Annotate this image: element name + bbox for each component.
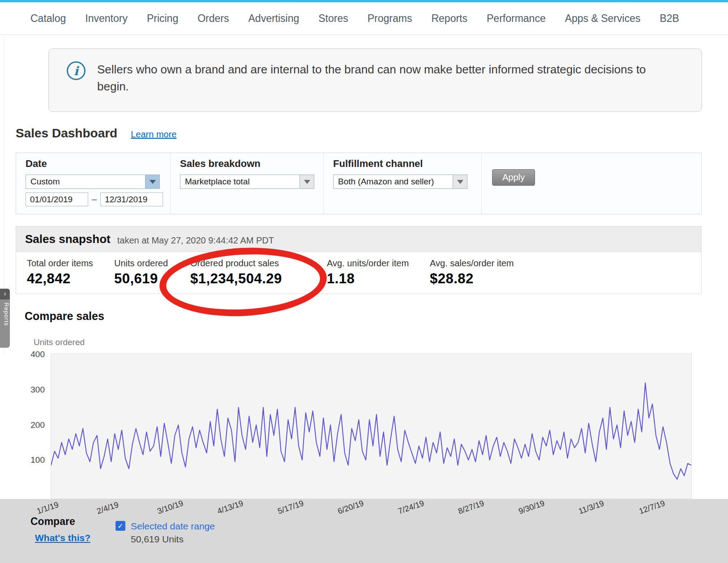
filters-panel: Date Custom – Sales breakdown Marketplac… [16,153,702,214]
chevron-down-icon [300,175,314,188]
reports-flyout-tab[interactable]: › Reports [0,289,10,348]
metric-avg-units-order-item: Avg. units/order item 1.18 [327,258,430,287]
metric-value: $1,234,504.29 [190,271,327,287]
x-tick-label: 2/4/19 [96,500,120,516]
date-filter-label: Date [26,158,170,170]
y-tick-label: 100 [30,455,45,465]
end-date-input[interactable] [100,192,163,206]
nav-item-catalog[interactable]: Catalog [30,13,66,25]
whats-this-link[interactable]: What's this? [35,533,90,543]
chevron-down-icon [145,175,159,188]
metric-label: Units ordered [114,258,190,269]
fulfillment-channel-select[interactable]: Both (Amazon and seller) [333,175,467,189]
x-tick-label: 7/24/19 [397,499,426,516]
y-tick-label: 300 [30,385,45,395]
metric-label: Ordered product sales [190,258,327,269]
date-filter-section: Date Custom – [16,153,171,214]
nav-item-orders[interactable]: Orders [197,13,229,25]
page-title: Sales Dashboard [16,126,117,141]
metric-total-order-items: Total order items 42,842 [27,258,114,287]
snapshot-timestamp: taken at May 27, 2020 9:44:42 AM PDT [117,232,274,246]
info-banner-line1: Sellers who own a brand and are internal… [97,63,646,76]
fulfillment-channel-value: Both (Amazon and seller) [338,177,434,187]
nav-item-performance[interactable]: Performance [487,13,546,25]
info-icon: i [67,61,86,80]
sales-snapshot-header: Sales snapshot taken at May 27, 2020 9:4… [16,226,701,252]
x-tick-label: 9/30/19 [518,499,546,516]
units-total-value: 50,619 Units [131,534,184,545]
chart-y-axis: 100200300400 [13,354,45,499]
chevron-right-icon: › [0,289,10,299]
y-tick-label: 200 [30,420,45,430]
chart-y-axis-title: Units ordered [34,337,85,347]
nav-item-b2b[interactable]: B2B [659,13,679,25]
metric-value: $28.82 [430,271,514,287]
x-tick-label: 4/13/19 [216,499,245,516]
page-header: Sales Dashboard Learn more [16,126,176,141]
apply-button[interactable]: Apply [492,169,535,186]
nav-item-apps-services[interactable]: Apps & Services [565,13,641,25]
info-banner: i Sellers who own a brand and are intern… [48,48,702,112]
nav-item-advertising[interactable]: Advertising [248,13,300,25]
date-preset-value: Custom [30,177,60,187]
x-tick-label: 3/10/19 [156,499,185,516]
chart-canvas [51,354,691,499]
apply-section: Apply [482,153,701,214]
info-banner-line2: begin. [97,80,129,93]
nav-item-programs[interactable]: Programs [368,13,412,25]
metric-avg-sales-order-item: Avg. sales/order item $28.82 [430,258,514,287]
sales-snapshot-panel: Sales snapshot taken at May 27, 2020 9:4… [16,226,702,294]
units-ordered-line [51,383,691,479]
learn-more-link[interactable]: Learn more [131,129,176,140]
date-preset-select[interactable]: Custom [26,175,160,189]
seller-central-screen: Catalog Inventory Pricing Orders Adverti… [0,0,728,563]
metric-label: Total order items [27,258,114,269]
nav-item-reports[interactable]: Reports [431,13,467,25]
reports-flyout-label: Reports [0,303,10,326]
date-range-inputs: – [26,192,170,206]
y-tick-label: 400 [30,350,45,359]
x-tick-label: 11/3/19 [578,499,605,516]
main-nav: Catalog Inventory Pricing Orders Adverti… [0,2,728,35]
sales-breakdown-select[interactable]: Marketplace total [180,175,314,189]
selected-date-range-checkbox[interactable]: ✓ [116,521,125,531]
chart-plot[interactable] [51,354,692,499]
nav-item-stores[interactable]: Stores [318,13,348,25]
compare-sales-title: Compare sales [25,310,104,323]
metric-value: 50,619 [114,271,190,287]
compare-sales-chart: Units ordered 100200300400 1/1/192/4/193… [0,333,728,559]
sales-breakdown-label: Sales breakdown [180,158,323,170]
x-tick-label: 5/17/19 [277,499,305,516]
compare-label: Compare [30,516,75,528]
fulfillment-channel-label: Fulfillment channel [333,158,481,170]
metric-label: Avg. sales/order item [430,258,514,269]
selected-date-range-label: Selected date range [131,521,215,532]
fulfillment-channel-section: Fulfillment channel Both (Amazon and sel… [324,153,482,214]
nav-item-inventory[interactable]: Inventory [85,13,128,25]
nav-item-pricing[interactable]: Pricing [147,13,178,25]
snapshot-metrics-row: Total order items 42,842 Units ordered 5… [16,252,701,287]
x-tick-label: 1/1/19 [36,500,60,516]
metric-ordered-product-sales: Ordered product sales $1,234,504.29 [190,258,327,287]
metric-value: 42,842 [27,271,114,287]
chevron-down-icon [453,175,467,188]
x-tick-label: 6/20/19 [337,499,365,516]
date-range-separator: – [92,194,97,205]
metric-value: 1.18 [327,271,430,287]
sales-breakdown-section: Sales breakdown Marketplace total [171,153,324,214]
info-banner-text: Sellers who own a brand and are internal… [97,49,646,111]
sales-breakdown-value: Marketplace total [185,177,250,187]
metric-label: Avg. units/order item [327,258,430,269]
start-date-input[interactable] [26,192,88,206]
x-tick-label: 12/7/19 [638,499,667,516]
metric-units-ordered: Units ordered 50,619 [114,258,190,287]
sales-snapshot-title: Sales snapshot [25,232,111,246]
x-tick-label: 8/27/19 [457,499,486,516]
